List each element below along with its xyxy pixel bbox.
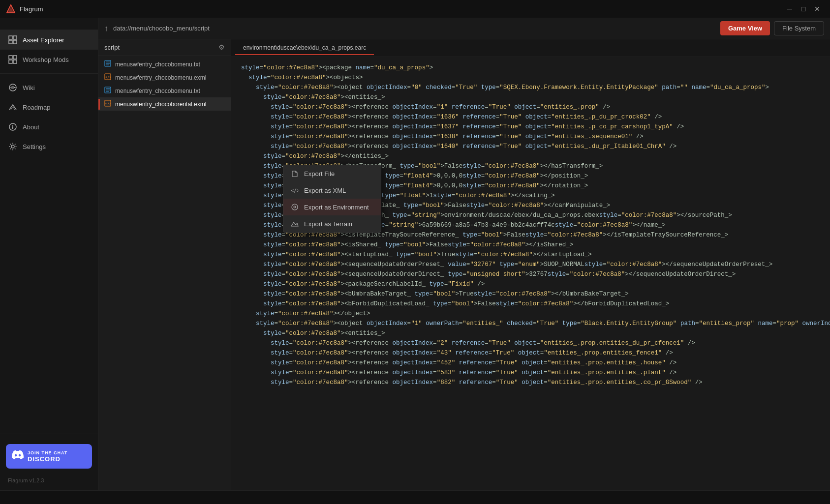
minimize-button[interactable]: ─ xyxy=(783,2,797,16)
topbar: ↑ data://menu/chocobo_menu/script Game V… xyxy=(98,18,830,39)
file-name: menuswfentry_chocobomenu.txt xyxy=(115,61,200,68)
xml-line: style="color:#7ec8a8"><object objectInde… xyxy=(241,319,820,328)
game-view-button[interactable]: Game View xyxy=(720,21,770,35)
svg-point-30 xyxy=(294,206,296,208)
xml-line: style="color:#7ec8a8"><isShared_ type="b… xyxy=(241,240,820,250)
xml-line: style="color:#7ec8a8"><reference objectI… xyxy=(241,142,820,151)
sidebar-item-asset-explorer[interactable]: Asset Explorer xyxy=(0,30,98,50)
panel-title: script xyxy=(104,44,120,51)
sidebar-item-workshop-mods-label: Workshop Mods xyxy=(23,56,69,63)
svg-rect-7 xyxy=(13,56,17,59)
discord-text: JOIN THE CHAT DISCORD xyxy=(28,450,67,463)
xml-line: style="color:#7ec8a8"><object objectInde… xyxy=(241,83,820,92)
titlebar: Flagrum ─ □ ✕ xyxy=(0,0,830,18)
xml-line: style="color:#7ec8a8"><bUmbraBakeTarget_… xyxy=(241,289,820,299)
discord-line2: DISCORD xyxy=(28,455,67,463)
close-button[interactable]: ✕ xyxy=(810,2,824,16)
sidebar-item-roadmap[interactable]: Roadmap xyxy=(0,97,98,117)
sidebar-item-wiki[interactable]: Wiki xyxy=(0,78,98,97)
panel-header: script ⚙ xyxy=(98,39,231,56)
version-label: Flagrum v1.2.3 xyxy=(0,474,98,486)
sidebar-item-asset-explorer-label: Asset Explorer xyxy=(23,36,64,44)
workshop-mods-icon xyxy=(8,55,18,64)
sidebar-item-wiki-label: Wiki xyxy=(23,84,35,91)
xml-line: style="color:#7ec8a8"><reference objectI… xyxy=(241,112,820,122)
main-layout: Asset Explorer Workshop Mods xyxy=(0,18,830,490)
svg-text:</>: </> xyxy=(105,75,111,79)
left-panel: script ⚙ menuswfentry_chocobomenu.txt </… xyxy=(98,39,231,490)
file-item[interactable]: menuswfentry_chocobomenu.txt xyxy=(98,58,231,71)
sidebar-item-about[interactable]: About xyxy=(0,117,98,137)
context-menu-label: Export as XML xyxy=(304,187,346,194)
xml-line: style="color:#7ec8a8"><reference objectI… xyxy=(241,348,820,358)
sidebar-item-workshop-mods[interactable]: Workshop Mods xyxy=(0,50,98,69)
file-item[interactable]: </> menuswfentry_chocobomenu.exml xyxy=(98,71,231,84)
xml-line: style="color:#7ec8a8"><sequenceUpdateOrd… xyxy=(241,269,820,279)
file-list: menuswfentry_chocobomenu.txt </> menuswf… xyxy=(98,56,231,490)
file-name: menuswfentry_chocobomenu.exml xyxy=(115,74,206,81)
discord-banner[interactable]: JOIN THE CHAT DISCORD xyxy=(6,444,92,469)
sidebar-header xyxy=(0,18,98,30)
xml-line: style="color:#7ec8a8"><reference objectI… xyxy=(241,368,820,378)
file-system-button[interactable]: File System xyxy=(774,21,824,35)
context-menu-label: Export as Terrain xyxy=(304,220,352,228)
svg-rect-3 xyxy=(13,36,17,39)
context-menu: Export File </> Export as XML Export as … xyxy=(283,165,381,233)
svg-rect-2 xyxy=(9,36,12,39)
xml-line: style="color:#7ec8a8"><startupLoad_ type… xyxy=(241,250,820,260)
file-item[interactable]: menuswfentry_chocobomenu.txt xyxy=(98,84,231,97)
context-menu-item-export-environment[interactable]: Export as Environment xyxy=(283,199,381,215)
context-menu-item-export-xml[interactable]: </> Export as XML xyxy=(283,182,381,199)
file-icon xyxy=(104,60,111,68)
context-menu-overlay: Export File </> Export as XML Export as … xyxy=(283,165,381,233)
discord-line1: JOIN THE CHAT xyxy=(28,450,67,455)
xml-content[interactable]: style="color:#7ec8a8"><package name="du_… xyxy=(231,57,830,490)
svg-rect-4 xyxy=(9,40,12,44)
file-item[interactable]: </> menuswfentry_chocoborental.exml xyxy=(98,97,231,111)
xml-line: style="color:#7ec8a8"><package name="du_… xyxy=(241,63,820,73)
sidebar-item-roadmap-label: Roadmap xyxy=(23,104,50,111)
content-area: ↑ data://menu/chocobo_menu/script Game V… xyxy=(98,18,830,490)
xml-line: style="color:#7ec8a8"><reference objectI… xyxy=(241,122,820,132)
context-menu-label: Export File xyxy=(304,170,335,178)
sublayout: script ⚙ menuswfentry_chocobomenu.txt </… xyxy=(98,39,830,490)
maximize-button[interactable]: □ xyxy=(797,2,810,16)
file-tab-bar: environment\duscae\ebex\du_ca_a_props.ea… xyxy=(231,39,830,57)
app-title: Flagrum xyxy=(20,5,783,13)
svg-rect-8 xyxy=(9,60,12,63)
back-button[interactable]: ↑ xyxy=(104,24,108,33)
statusbar xyxy=(0,490,830,504)
xml-line: style="color:#7ec8a8"><bForbidDuplicated… xyxy=(241,299,820,309)
xml-line: style="color:#7ec8a8"><reference objectI… xyxy=(241,338,820,348)
xml-line: style="color:#7ec8a8"><reference objectI… xyxy=(241,378,820,387)
roadmap-icon xyxy=(8,102,18,112)
sidebar-nav: Asset Explorer Workshop Mods xyxy=(0,30,98,434)
file-name: menuswfentry_chocoborental.exml xyxy=(115,101,206,108)
sidebar-item-settings[interactable]: Settings xyxy=(0,137,98,156)
context-menu-item-export-terrain[interactable]: Export as Terrain xyxy=(283,215,381,232)
svg-rect-5 xyxy=(13,40,17,44)
file-tab[interactable]: environment\duscae\ebex\du_ca_a_props.ea… xyxy=(235,41,374,55)
right-panel: environment\duscae\ebex\du_ca_a_props.ea… xyxy=(231,39,830,490)
context-menu-item-export-file[interactable]: Export File xyxy=(283,165,381,182)
file-icon: </> xyxy=(104,73,111,82)
xml-line: style="color:#7ec8a8"><reference objectI… xyxy=(241,132,820,142)
svg-point-15 xyxy=(11,145,14,148)
asset-explorer-icon xyxy=(8,35,18,45)
about-icon xyxy=(8,122,18,132)
gear-icon[interactable]: ⚙ xyxy=(218,43,225,51)
discord-icon xyxy=(12,449,24,464)
file-name: menuswfentry_chocobomenu.txt xyxy=(115,88,200,94)
svg-text:</>: </> xyxy=(105,102,111,106)
context-menu-icon xyxy=(290,170,299,178)
context-menu-icon xyxy=(290,220,299,228)
sidebar-item-settings-label: Settings xyxy=(23,143,46,150)
settings-icon xyxy=(8,142,18,151)
file-icon: </> xyxy=(104,100,111,108)
xml-line: style="color:#7ec8a8"><reference objectI… xyxy=(241,102,820,112)
xml-line: style="color:#7ec8a8"><entities_> xyxy=(241,92,820,102)
svg-point-29 xyxy=(292,204,298,210)
sidebar-bottom: JOIN THE CHAT DISCORD Flagrum v1.2.3 xyxy=(0,434,98,490)
svg-text:</>: </> xyxy=(291,188,299,193)
xml-line: style="color:#7ec8a8"><objects> xyxy=(241,73,820,83)
